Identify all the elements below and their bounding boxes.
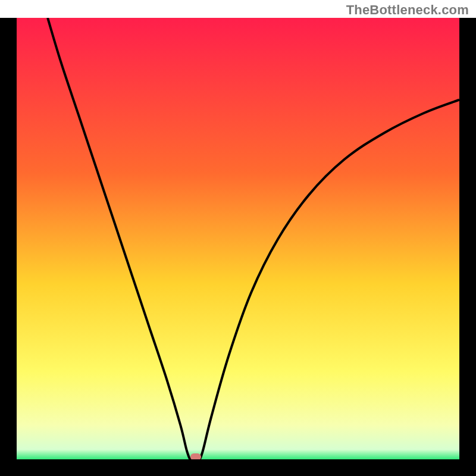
chart-container: TheBottleneck.com bbox=[0, 0, 476, 476]
bottleneck-curve bbox=[17, 18, 459, 459]
bottleneck-marker bbox=[190, 453, 201, 459]
plot-area bbox=[17, 18, 459, 459]
plot-frame bbox=[0, 18, 476, 476]
attribution-text: TheBottleneck.com bbox=[346, 2, 469, 18]
